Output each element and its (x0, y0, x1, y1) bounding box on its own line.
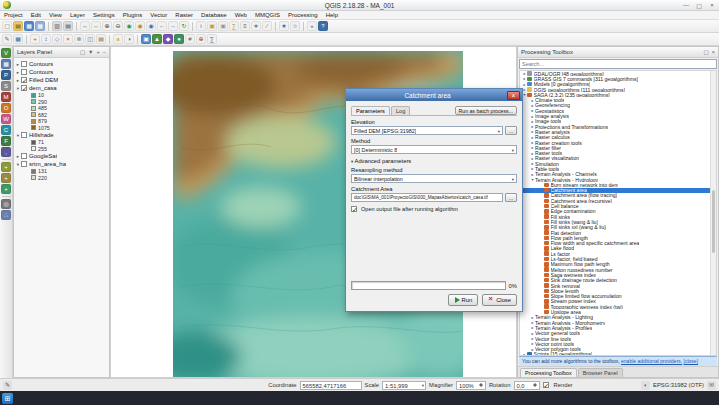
toolbox-search-input[interactable] (519, 59, 717, 69)
zoom-to-selection-icon[interactable]: ◉ (135, 21, 145, 31)
layer-item[interactable]: ▸Contours (15, 68, 108, 76)
add-wfs-layer-icon[interactable]: F (1, 136, 11, 146)
collapse-all-icon[interactable]: − (103, 49, 106, 55)
toggle-editing-icon[interactable]: ✎ (2, 34, 12, 44)
node-tool-icon[interactable]: ◇ (52, 34, 62, 44)
output-browse-button[interactable]: ... (505, 193, 517, 202)
magnifier-spinbox[interactable]: 100% (456, 381, 486, 390)
layer-visibility-checkbox[interactable] (21, 85, 27, 91)
show-bookmarks-icon[interactable]: ☆ (290, 21, 300, 31)
menu-vector[interactable]: Vector (146, 12, 171, 18)
close-button[interactable]: Close (482, 294, 517, 306)
menu-layer[interactable]: Layer (66, 12, 89, 18)
resampling-combobox[interactable]: Bilinear interpolation (351, 174, 517, 183)
menu-edit[interactable]: Edit (27, 12, 45, 18)
zoom-next-icon[interactable]: → (168, 21, 178, 31)
advanced-parameters-toggle[interactable]: Advanced parameters (351, 158, 517, 164)
dropdown-arrow-icon[interactable] (512, 176, 514, 182)
new-geopackage-layer-icon[interactable]: + (1, 184, 11, 194)
delete-selected-icon[interactable]: × (63, 34, 73, 44)
processing-toolbox-toggle-icon[interactable]: ▣ (141, 34, 151, 44)
tab-log[interactable]: Log (391, 106, 410, 115)
refresh-map-icon[interactable]: ↻ (179, 21, 189, 31)
zoom-full-extent-icon[interactable]: ◉ (124, 21, 134, 31)
render-checkbox[interactable] (543, 382, 549, 388)
tab-parameters[interactable]: Parameters (351, 106, 390, 115)
elevation-browse-button[interactable]: ... (505, 126, 517, 135)
paste-features-icon[interactable]: ▤ (96, 34, 106, 44)
close-panel-icon[interactable]: × (712, 49, 715, 55)
info-close-link[interactable]: [close] (684, 358, 698, 364)
layer-styling-icon[interactable]: ◑ (124, 34, 134, 44)
menu-web[interactable]: Web (231, 12, 251, 18)
rotation-spinbox[interactable]: 0,0 (514, 381, 540, 390)
labeling-icon[interactable]: a (113, 34, 123, 44)
layer-visibility-checkbox[interactable] (21, 132, 27, 138)
scale-combobox[interactable]: 1:51,999 (382, 381, 426, 390)
run-button[interactable]: Run (448, 294, 479, 306)
grass-tools-icon[interactable]: ▲ (152, 34, 162, 44)
add-wms-layer-icon[interactable]: W (1, 114, 11, 124)
output-path-input[interactable]: doc\GIS\MA_001\ProyectoGIS\000_MapasAbie… (351, 193, 503, 202)
method-combobox[interactable]: [0] Deterministic 8 (351, 145, 517, 154)
help-contents-icon[interactable]: ? (318, 21, 328, 31)
deselect-features-icon[interactable]: ▣ (218, 21, 228, 31)
add-vector-layer-icon[interactable]: V (1, 48, 11, 58)
layer-item[interactable]: ▾srtm_area_ha (15, 160, 108, 168)
menu-database[interactable]: Database (197, 12, 231, 18)
zoom-out-icon[interactable]: ⊖ (113, 21, 123, 31)
save-layer-edits-icon[interactable]: ▦ (13, 34, 23, 44)
copy-features-icon[interactable]: ◫ (85, 34, 95, 44)
zoom-to-layer-icon[interactable]: ◉ (146, 21, 156, 31)
layer-visibility-checkbox[interactable] (21, 161, 27, 167)
save-project-as-icon[interactable]: ▦ (35, 21, 45, 31)
dropdown-arrow-icon[interactable] (512, 147, 514, 153)
add-delimited-text-layer-icon[interactable]: , (1, 147, 11, 157)
new-spatialite-layer-icon[interactable]: + (1, 173, 11, 183)
run-batch-button[interactable]: Run as batch process... (455, 106, 518, 115)
pan-to-selection-icon[interactable]: ↔ (91, 21, 101, 31)
add-mssql-layer-icon[interactable]: M (1, 92, 11, 102)
add-feature-icon[interactable]: + (30, 34, 40, 44)
elevation-combobox[interactable]: Filled DEM [EPSG:31982] (351, 126, 503, 135)
python-console-icon[interactable]: » (307, 21, 317, 31)
raster-calculator-icon[interactable]: # (185, 34, 195, 44)
menu-raster[interactable]: Raster (171, 12, 197, 18)
select-features-icon[interactable]: ▣ (207, 21, 217, 31)
layer-visibility-checkbox[interactable] (21, 153, 27, 159)
open-project-icon[interactable]: ▤ (13, 21, 23, 31)
layer-item[interactable]: ▸Filled DEM (15, 76, 108, 84)
coordinate-capture-icon[interactable]: ◎ (1, 199, 11, 209)
filter-legend-icon[interactable]: ▼ (88, 49, 93, 55)
statistics-panel-icon[interactable]: ∑ (207, 34, 217, 44)
open-attribute-table-icon[interactable]: ≡ (240, 21, 250, 31)
add-oracle-layer-icon[interactable]: O (1, 103, 11, 113)
open-output-checkbox[interactable] (351, 206, 357, 212)
messages-panel-icon[interactable]: ✉ (707, 381, 716, 390)
new-print-composer-icon[interactable]: ▥ (52, 21, 62, 31)
enable-providers-link[interactable]: enable additional providers. (621, 358, 682, 364)
zoom-in-icon[interactable]: ⊕ (102, 21, 112, 31)
add-postgis-layer-icon[interactable]: P (1, 70, 11, 80)
mmqgis-plugin-icon[interactable]: ◆ (163, 34, 173, 44)
toolbox-scrollbar[interactable] (710, 71, 716, 355)
georeferencer-icon[interactable]: ⊕ (196, 34, 206, 44)
save-project-icon[interactable]: ▦ (24, 21, 34, 31)
cut-features-icon[interactable]: ⊗ (74, 34, 84, 44)
start-button-icon[interactable]: ⊞ (2, 393, 13, 404)
tab-browser-panel[interactable]: Browser Panel (578, 368, 623, 377)
identify-features-icon[interactable]: i (196, 21, 206, 31)
dropdown-arrow-icon[interactable] (498, 128, 500, 134)
menu-mmqgis[interactable]: MMQGIS (251, 12, 284, 18)
manage-layer-visibility-icon[interactable]: ▢ (80, 49, 85, 55)
layer-item[interactable]: ▾Hillshade (15, 131, 108, 139)
add-raster-layer-icon[interactable]: ▦ (1, 59, 11, 69)
pan-map-icon[interactable]: ↔ (80, 21, 90, 31)
field-calculator-icon[interactable]: ∗ (251, 21, 261, 31)
crs-status-icon[interactable]: ◐ (641, 381, 650, 390)
layer-item[interactable]: ▸GoogleSat (15, 152, 108, 160)
layer-visibility-checkbox[interactable] (21, 77, 27, 83)
maximize-icon[interactable]: ▢ (695, 2, 703, 9)
layer-visibility-checkbox[interactable] (21, 69, 27, 75)
new-project-icon[interactable]: ▢ (2, 21, 12, 31)
